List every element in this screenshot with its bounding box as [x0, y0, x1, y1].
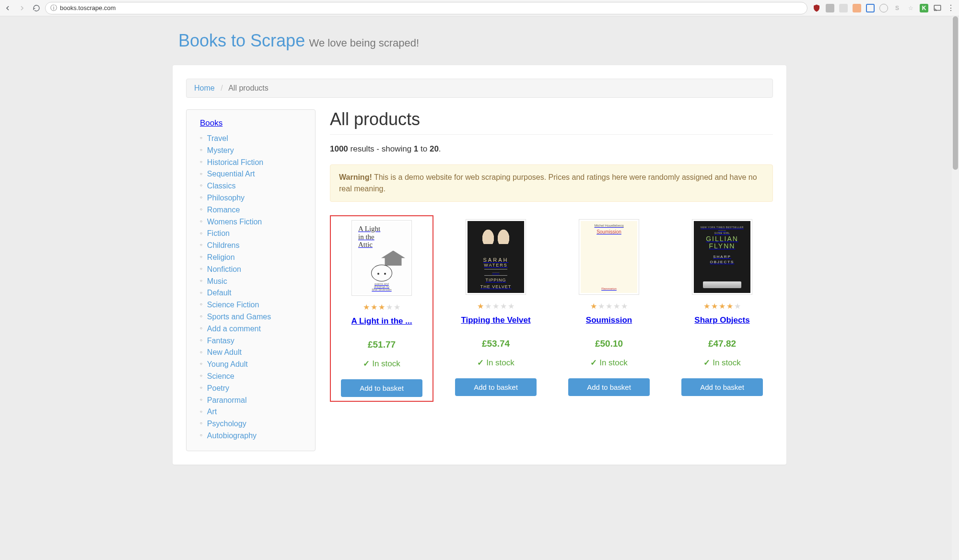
- category-link[interactable]: Add a comment: [207, 323, 261, 335]
- category-link[interactable]: Science: [207, 371, 234, 383]
- product-title-link[interactable]: Soumission: [586, 315, 632, 325]
- reload-icon[interactable]: [33, 4, 40, 12]
- star-icon: ★: [598, 302, 605, 311]
- category-link[interactable]: New Adult: [207, 347, 242, 359]
- ext-icon-k[interactable]: K: [920, 4, 928, 12]
- product-price: £47.82: [674, 338, 770, 349]
- breadcrumb: Home / All products: [186, 79, 773, 98]
- star-icon: ★: [378, 303, 385, 312]
- skype-icon[interactable]: S: [893, 4, 901, 12]
- category-link[interactable]: Sports and Games: [207, 311, 271, 323]
- category-link[interactable]: Classics: [207, 180, 236, 192]
- category-item: Womens Fiction: [200, 216, 306, 228]
- scrollbar-thumb[interactable]: [953, 16, 958, 170]
- category-item: Travel: [200, 133, 306, 145]
- category-sidebar: Books TravelMysteryHistorical FictionSeq…: [186, 109, 316, 451]
- sidebar-heading-link[interactable]: Books: [200, 118, 222, 128]
- product-price: £50.10: [561, 338, 657, 349]
- category-link[interactable]: Music: [207, 276, 227, 288]
- category-link[interactable]: Historical Fiction: [207, 157, 263, 169]
- category-link[interactable]: Womens Fiction: [207, 216, 262, 228]
- add-to-basket-button[interactable]: Add to basket: [341, 379, 422, 397]
- results-end: .: [439, 144, 441, 153]
- main-panel: Home / All products Books TravelMysteryH…: [173, 65, 786, 465]
- warning-alert: Warning! This is a demo website for web …: [330, 164, 773, 202]
- ublock-icon[interactable]: [812, 4, 821, 12]
- page-body: Books to Scrape We love being scraped! H…: [0, 16, 959, 560]
- bookmark-star-icon[interactable]: ☆: [906, 4, 915, 12]
- category-item: Historical Fiction: [200, 157, 306, 169]
- category-link[interactable]: Paranormal: [207, 395, 247, 407]
- category-link[interactable]: Mystery: [207, 145, 234, 157]
- category-item: Classics: [200, 180, 306, 192]
- site-header: Books to Scrape We love being scraped!: [173, 31, 786, 65]
- star-icon: ★: [371, 303, 377, 312]
- scrollbar-track[interactable]: [952, 16, 959, 560]
- category-item: Nonfiction: [200, 264, 306, 276]
- star-icon: ★: [711, 302, 718, 311]
- category-link[interactable]: Religion: [207, 252, 235, 264]
- check-icon: ✓: [590, 358, 597, 368]
- ext-icon-6[interactable]: [879, 4, 888, 12]
- cast-icon[interactable]: [933, 4, 942, 12]
- ext-icon-2[interactable]: [826, 4, 834, 12]
- category-link[interactable]: Young Adult: [207, 359, 248, 371]
- category-item: Paranormal: [200, 395, 306, 407]
- site-tagline: We love being scraped!: [309, 37, 420, 49]
- product-title-link[interactable]: A Light in the ...: [351, 316, 412, 326]
- sidebar-heading[interactable]: Books: [200, 118, 306, 128]
- breadcrumb-home[interactable]: Home: [194, 84, 215, 92]
- category-item: New Adult: [200, 347, 306, 359]
- ext-icon-4[interactable]: [853, 4, 861, 12]
- breadcrumb-current: All products: [228, 84, 269, 92]
- product-card: NEW YORK TIMES BESTSELLER———GONE GIRLGIL…: [671, 215, 773, 402]
- site-info-icon[interactable]: ⓘ: [50, 4, 57, 12]
- category-link[interactable]: Autobiography: [207, 430, 257, 442]
- category-item: Science: [200, 371, 306, 383]
- star-rating: ★★★★★: [334, 303, 430, 312]
- category-link[interactable]: Romance: [207, 204, 240, 216]
- category-item: Young Adult: [200, 359, 306, 371]
- page-title: All products: [330, 109, 773, 135]
- product-title-link[interactable]: Tipping the Velvet: [461, 315, 530, 325]
- product-card: SARAHWATERS———TIPPINGTHE VELVET ★★★★★ Ti…: [445, 215, 547, 402]
- category-link[interactable]: Childrens: [207, 240, 240, 252]
- category-link[interactable]: Poetry: [207, 383, 229, 395]
- category-link[interactable]: Psychology: [207, 418, 246, 430]
- results-from: 1: [414, 144, 418, 153]
- category-link[interactable]: Travel: [207, 133, 228, 145]
- site-title-link[interactable]: Books to Scrape: [178, 31, 305, 50]
- forward-icon[interactable]: [18, 4, 26, 12]
- category-link[interactable]: Nonfiction: [207, 264, 241, 276]
- category-link[interactable]: Sequential Art: [207, 168, 255, 180]
- star-icon: ★: [613, 302, 620, 311]
- category-link[interactable]: Philosophy: [207, 192, 245, 204]
- check-icon: ✓: [363, 359, 370, 369]
- product-title-link[interactable]: Sharp Objects: [694, 315, 749, 325]
- chrome-menu-icon[interactable]: ⋮: [947, 4, 955, 12]
- product-image-link[interactable]: SARAHWATERS———TIPPINGTHE VELVET: [466, 219, 526, 295]
- category-link[interactable]: Fantasy: [207, 335, 234, 347]
- category-item: Childrens: [200, 240, 306, 252]
- add-to-basket-button[interactable]: Add to basket: [681, 378, 763, 396]
- product-image-link[interactable]: A Lightin theAtticpoems anddrawings bySh…: [351, 220, 412, 296]
- content-area: All products 1000 results - showing 1 to…: [330, 109, 773, 451]
- ext-icon-3[interactable]: [839, 4, 848, 12]
- product-grid: A Lightin theAtticpoems anddrawings bySh…: [330, 215, 773, 402]
- product-image-link[interactable]: NEW YORK TIMES BESTSELLER———GONE GIRLGIL…: [692, 219, 752, 295]
- ext-icon-5[interactable]: [866, 4, 875, 12]
- svg-rect-0: [934, 5, 941, 11]
- category-link[interactable]: Fiction: [207, 228, 230, 240]
- category-link[interactable]: Science Fiction: [207, 299, 259, 311]
- category-item: Add a comment: [200, 323, 306, 335]
- add-to-basket-button[interactable]: Add to basket: [455, 378, 537, 396]
- star-icon: ★: [492, 302, 499, 311]
- category-item: Romance: [200, 204, 306, 216]
- back-icon[interactable]: [4, 4, 12, 12]
- address-bar[interactable]: ⓘ books.toscrape.com: [45, 2, 807, 14]
- category-link[interactable]: Default: [207, 287, 232, 299]
- browser-toolbar: ⓘ books.toscrape.com S ☆ K ⋮: [0, 0, 959, 16]
- add-to-basket-button[interactable]: Add to basket: [568, 378, 650, 396]
- product-image-link[interactable]: Michel HouellebecqSoumissionFlammarion: [579, 219, 639, 295]
- category-link[interactable]: Art: [207, 406, 217, 418]
